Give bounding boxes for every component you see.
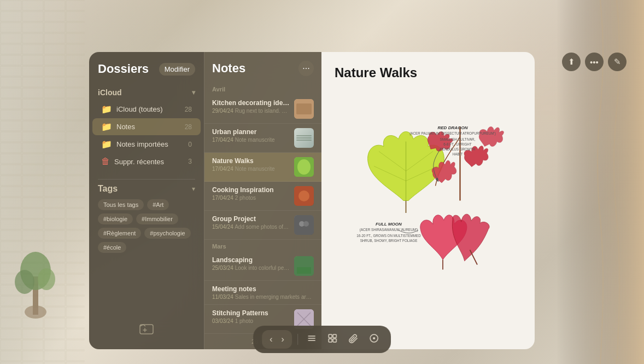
svg-text:16-20 FT., GROWS ON MULTISTEMM: 16-20 FT., GROWS ON MULTISTEMMED (356, 234, 421, 238)
header-controls: ⬆ ••• ✎ (562, 53, 627, 71)
note-info-landscaping: Landscaping 25/03/24 Look into colorful … (212, 256, 290, 271)
folder-name-icloud-all: iCloud (toutes) (116, 105, 185, 113)
svg-text:FULL MOON: FULL MOON (376, 222, 402, 227)
note-title-meeting: Meeting notes (212, 285, 314, 293)
folder-item-imported[interactable]: 📁 Notes importées 0 (92, 136, 201, 153)
svg-text:PENDULUS GROWTH: PENDULUS GROWTH (440, 147, 476, 151)
note-thumb-kitchen (294, 99, 314, 119)
note-meta-stitching: 03/03/24 1 photo (212, 318, 290, 324)
note-detail-title: Nature Walks (335, 65, 522, 80)
svg-point-50 (373, 337, 375, 339)
note-item-landscaping[interactable]: Landscaping 25/03/24 Look into colorful … (204, 252, 321, 281)
tag-all[interactable]: Tous les tags (98, 199, 144, 210)
section-label-mars: Mars (204, 240, 321, 252)
svg-text:HABIT: HABIT (453, 152, 463, 156)
icloud-section-header[interactable]: iCloud ▾ (89, 85, 204, 100)
folder-item-icloud-all[interactable]: 📁 iCloud (toutes) 28 (92, 101, 201, 118)
tag-art[interactable]: #Art (147, 199, 169, 210)
note-info-cooking: Cooking Inspiration 17/04/24 2 photos (212, 186, 290, 201)
note-item-kitchen[interactable]: Kitchen decorating ideas 29/04/24 Rug ne… (204, 95, 321, 124)
folder-icon-notes: 📁 (101, 122, 112, 132)
notes-menu-button[interactable]: ··· (298, 61, 314, 76)
new-folder-button[interactable] (139, 321, 154, 339)
note-thumb-urban (294, 128, 314, 148)
plant-decoration (14, 211, 57, 320)
attachment-button[interactable] (345, 331, 361, 348)
svg-rect-45 (329, 334, 332, 338)
note-info-stitching: Stitching Patterns 03/03/24 1 photo (212, 309, 290, 324)
note-title-landscaping: Landscaping (212, 256, 290, 264)
folder-section: iCloud ▾ 📁 iCloud (toutes) 28 📁 Notes 28… (89, 85, 204, 175)
tag-psychologie[interactable]: #psychologie (144, 228, 190, 239)
note-title-nature: Nature Walks (212, 157, 290, 165)
svg-point-12 (297, 159, 311, 175)
modifier-button[interactable]: Modifier (159, 63, 195, 76)
tag-reglement[interactable]: #Règlement (98, 228, 141, 239)
svg-rect-48 (333, 339, 336, 342)
note-info-group: Group Project 15/04/24 Add some photos o… (212, 215, 290, 230)
list-view-button[interactable] (303, 331, 320, 348)
note-detail: Nature Walks (321, 52, 535, 349)
sidebar-title: Dossiers (98, 62, 149, 76)
note-thumb-nature (294, 157, 314, 177)
svg-text:SHRUB, SHOWY, BRIGHT FOLIAGE: SHRUB, SHOWY, BRIGHT FOLIAGE (360, 239, 418, 242)
grid-view-button[interactable] (324, 331, 341, 348)
toolbar-separator (297, 334, 298, 345)
svg-text:(ACER PALMATUM 'DISSECTUM ATRO: (ACER PALMATUM 'DISSECTUM ATROPURPUREUM'… (409, 131, 496, 136)
sidebar-divider (98, 179, 195, 180)
compose-button[interactable]: ✎ (608, 53, 627, 71)
note-title-group: Group Project (212, 215, 290, 223)
svg-point-17 (303, 221, 309, 227)
toolbar-nav: ‹ › (262, 330, 292, 349)
note-info-nature: Nature Walks 17/04/24 Note manuscrite (212, 157, 290, 172)
notes-panel-title: Notes (212, 61, 245, 76)
svg-rect-19 (297, 267, 311, 274)
note-meta-urban: 17/04/24 Note manuscrite (212, 137, 290, 143)
icloud-chevron: ▾ (192, 89, 195, 96)
svg-point-6 (38, 268, 55, 290)
note-thumb-landscaping (294, 256, 314, 276)
svg-text:RED DRAGON: RED DRAGON (437, 125, 467, 130)
note-item-meeting[interactable]: Meeting notes 11/03/24 Sales in emerging… (204, 281, 321, 305)
note-detail-content: Nature Walks (321, 52, 535, 349)
folder-icon-imported: 📁 (101, 139, 112, 149)
forward-button[interactable]: › (278, 332, 288, 346)
note-item-cooking[interactable]: Cooking Inspiration 17/04/24 2 photos (204, 182, 321, 211)
svg-text:(ACER SHIRASAWANUM 'AUREUM'): (ACER SHIRASAWANUM 'AUREUM') (360, 228, 418, 232)
sidebar-footer (89, 314, 204, 339)
folder-item-trash[interactable]: 🗑 Suppr. récentes 3 (92, 153, 201, 170)
folder-name-imported: Notes importées (116, 140, 188, 148)
svg-rect-47 (329, 339, 332, 342)
note-item-urban[interactable]: Urban planner 17/04/24 Note manuscrite (204, 124, 321, 153)
tags-title: Tags (98, 184, 118, 194)
trash-icon: 🗑 (101, 157, 110, 166)
grid-icon (327, 333, 337, 343)
tags-grid: Tous les tags #Art #biologie #Immobilier… (98, 199, 195, 253)
tag-immobilier[interactable]: #Immobilier (136, 213, 178, 224)
svg-rect-8 (140, 325, 153, 334)
folder-item-notes[interactable]: 📁 Notes 28 (92, 118, 201, 135)
note-item-nature[interactable]: Nature Walks 17/04/24 Note manuscrite (204, 153, 321, 182)
share-button[interactable]: ⬆ (562, 53, 581, 71)
section-label-avril: Avril (204, 83, 321, 95)
folder-count-trash: 3 (188, 158, 192, 165)
tag-biologie[interactable]: #biologie (98, 213, 133, 224)
note-title-kitchen: Kitchen decorating ideas (212, 99, 290, 107)
nav-button[interactable] (366, 331, 382, 348)
note-item-group[interactable]: Group Project 15/04/24 Add some photos o… (204, 211, 321, 240)
back-button[interactable]: ‹ (266, 332, 276, 346)
note-meta-group: 15/04/24 Add some photos of the... (212, 224, 290, 230)
note-info-kitchen: Kitchen decorating ideas 29/04/24 Rug ne… (212, 99, 290, 114)
note-title-cooking: Cooking Inspiration (212, 186, 290, 194)
tags-header: Tags ▾ (98, 184, 195, 194)
tag-ecole[interactable]: #école (98, 242, 126, 253)
new-folder-icon (139, 321, 154, 336)
note-title-urban: Urban planner (212, 128, 290, 136)
more-options-button[interactable]: ••• (585, 53, 604, 71)
sidebar: Dossiers Modifier iCloud ▾ 📁 iCloud (tou… (89, 52, 204, 349)
svg-text:SMALLISH CULTIVAR,: SMALLISH CULTIVAR, (440, 137, 476, 141)
bottom-toolbar: ‹ › (253, 326, 391, 353)
note-meta-cooking: 17/04/24 2 photos (212, 195, 290, 201)
sidebar-header: Dossiers Modifier (89, 62, 204, 85)
notes-menu-icon: ··· (302, 63, 309, 73)
